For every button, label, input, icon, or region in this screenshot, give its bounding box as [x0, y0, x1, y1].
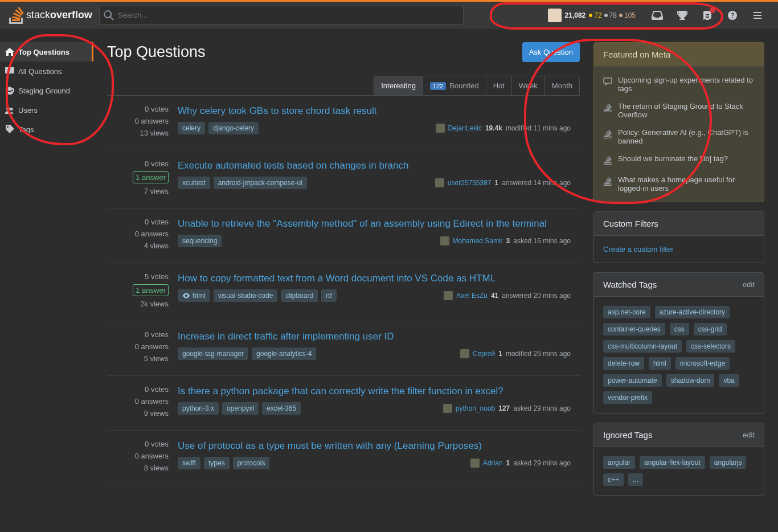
question-title[interactable]: Use of protocol as a type must be writte… [178, 440, 571, 452]
votes: 0 votes [116, 218, 169, 226]
tag[interactable]: xcuitest [178, 177, 210, 189]
tag[interactable]: sequencing [178, 235, 222, 247]
question-row: 0 votes 0 answers 4 views Unable to retr… [107, 208, 580, 263]
meta-item[interactable]: The return of Staging Ground to Stack Ov… [594, 97, 764, 124]
answers: 0 answers [116, 452, 169, 460]
question-user[interactable]: Сергей 1 modified 25 mins ago [460, 349, 571, 358]
edit-ignored-link[interactable]: edit [743, 431, 755, 439]
watched-tag[interactable]: html [649, 357, 671, 370]
tag[interactable]: clipboard [281, 289, 318, 302]
views: 5 views [116, 354, 169, 363]
meta-item[interactable]: What makes a homepage useful for logged-… [594, 171, 764, 197]
tag[interactable]: celery [178, 122, 205, 134]
tag[interactable]: django-celery [208, 122, 259, 134]
watched-tag[interactable]: css-multicolumn-layout [603, 340, 682, 353]
nav-item-users[interactable]: Users [0, 100, 93, 120]
user-avatar [440, 236, 449, 245]
chat-icon [603, 76, 612, 93]
help-icon[interactable] [721, 2, 744, 28]
question-title[interactable]: Is there a python package that can corre… [178, 385, 571, 398]
tag[interactable]: types [204, 457, 230, 469]
menu-icon[interactable] [746, 2, 769, 28]
tag[interactable]: openpyxl [222, 402, 259, 415]
ignored-tag[interactable]: ... [628, 473, 643, 486]
watched-tag[interactable]: delete-row [603, 357, 644, 370]
ask-question-button[interactable]: Ask Question [522, 42, 580, 62]
meta-item[interactable]: Should we burninate the [lib] tag? [594, 150, 764, 171]
so-icon [603, 128, 612, 145]
tab-interesting[interactable]: Interesting [374, 76, 423, 95]
watched-tag[interactable]: css [670, 323, 689, 335]
watched-tag[interactable]: css-selectors [686, 340, 735, 353]
tag[interactable]: android-jetpack-compose-ui [214, 177, 307, 189]
tag[interactable]: excel-365 [262, 402, 301, 415]
votes: 0 votes [116, 385, 169, 394]
question-user[interactable]: Axel EsZu 41 answered 20 mins ago [444, 291, 571, 300]
question-title[interactable]: Execute automated tests based on changes… [178, 159, 571, 172]
ignored-tag[interactable]: angular [603, 456, 635, 469]
answers: 1 answer [133, 284, 169, 296]
answers: 0 answers [116, 117, 169, 125]
ignored-tag[interactable]: angularjs [710, 456, 747, 469]
question-title[interactable]: Why celery took GBs to store chord task … [178, 105, 571, 117]
tab-hot[interactable]: Hot [486, 76, 512, 95]
views: 9 views [116, 409, 169, 418]
question-user[interactable]: Mohamed Samir 3 asked 16 mins ago [440, 236, 571, 245]
tag[interactable]: google-analytics-4 [252, 347, 316, 360]
inbox-icon[interactable] [646, 2, 669, 28]
watched-tag[interactable]: microsoft-edge [675, 357, 730, 370]
tab-week[interactable]: Week [512, 76, 545, 95]
watched-tag[interactable]: power-automate [603, 374, 662, 387]
question-user[interactable]: DejanLekic 19.4k modified 11 mins ago [436, 124, 571, 133]
logo-text: stackoverflow [26, 9, 92, 21]
question-title[interactable]: Increase in direct traffic after impleme… [178, 330, 571, 343]
votes: 0 votes [116, 159, 169, 168]
tag[interactable]: visual-studio-code [214, 289, 278, 302]
question-row: 0 votes 1 answer 7 views Execute automat… [107, 150, 580, 208]
meta-item[interactable]: Policy: Generative AI (e.g., ChatGPT) is… [594, 124, 764, 150]
tab-bountied[interactable]: 122Bountied [423, 76, 486, 95]
search-input[interactable] [99, 6, 464, 24]
nav-item-all-questions[interactable]: All Questions [0, 62, 93, 81]
watched-tag[interactable]: css-grid [694, 323, 727, 335]
meta-item[interactable]: Upcoming sign-up experiments related to … [594, 71, 764, 97]
ignored-tag[interactable]: angular-flex-layout [640, 456, 705, 469]
silver-badges: 78 [604, 11, 617, 19]
question-row: 0 votes 0 answers 8 views Use of protoco… [107, 431, 580, 485]
question-user[interactable]: user25755387 1 answered 14 mins ago [435, 178, 571, 187]
question-user[interactable]: Adrian 1 asked 29 mins ago [470, 459, 571, 468]
watched-tag[interactable]: vba [719, 374, 739, 387]
nav-item-staging-ground[interactable]: Staging Ground [0, 81, 93, 100]
question-user[interactable]: python_noob 127 asked 29 mins ago [443, 404, 571, 413]
nav-item-tags[interactable]: Tags [0, 120, 93, 139]
question-title[interactable]: How to copy formatted text from a Word d… [178, 272, 571, 285]
answers: 1 answer [133, 171, 169, 183]
gold-badges: 72 [589, 11, 601, 19]
nav-item-top-questions[interactable]: Top Questions [0, 42, 93, 62]
watched-tag[interactable]: vendor-prefix [603, 391, 652, 404]
ignored-tag[interactable]: c++ [603, 473, 624, 486]
watched-tag[interactable]: azure-active-directory [655, 306, 730, 318]
tag[interactable]: swift [178, 457, 200, 469]
tag[interactable]: html [178, 289, 210, 302]
logo[interactable]: stackoverflow [9, 7, 92, 24]
answers: 0 answers [116, 342, 169, 351]
edit-watched-link[interactable]: edit [743, 280, 755, 289]
tag[interactable]: rtf [321, 289, 337, 302]
tag[interactable]: protocols [233, 457, 270, 469]
review-icon[interactable] [696, 2, 719, 28]
tag[interactable]: google-tag-manager [178, 347, 248, 360]
views: 8 views [116, 464, 169, 472]
tab-month[interactable]: Month [545, 76, 579, 95]
watched-tag[interactable]: container-queries [603, 323, 665, 335]
watched-tag[interactable]: asp.net-core [603, 306, 650, 318]
question-title[interactable]: Unable to retrieve the "Assembly method"… [178, 218, 571, 230]
tag[interactable]: python-3.x [178, 402, 219, 415]
create-filter-link[interactable]: Create a custom filter [603, 245, 674, 253]
watched-tag[interactable]: shadow-dom [666, 374, 715, 387]
votes: 0 votes [116, 330, 169, 339]
featured-meta-widget: Featured on Meta Upcoming sign-up experi… [593, 42, 764, 202]
user-info[interactable]: 21,082 72 78 105 [542, 2, 644, 28]
user-avatar [460, 349, 469, 358]
achievements-icon[interactable] [671, 2, 694, 28]
